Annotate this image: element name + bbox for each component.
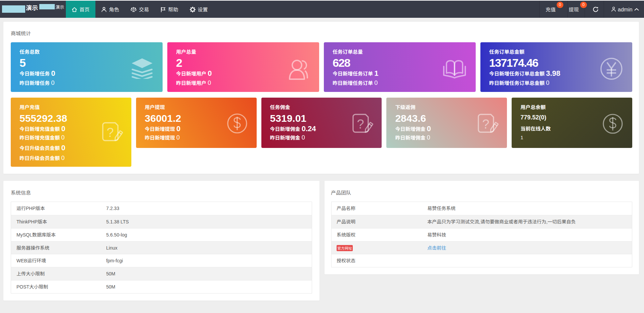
svg-text:?: ? — [482, 117, 489, 131]
svg-text:?: ? — [106, 125, 114, 140]
svg-text:?: ? — [357, 117, 364, 131]
